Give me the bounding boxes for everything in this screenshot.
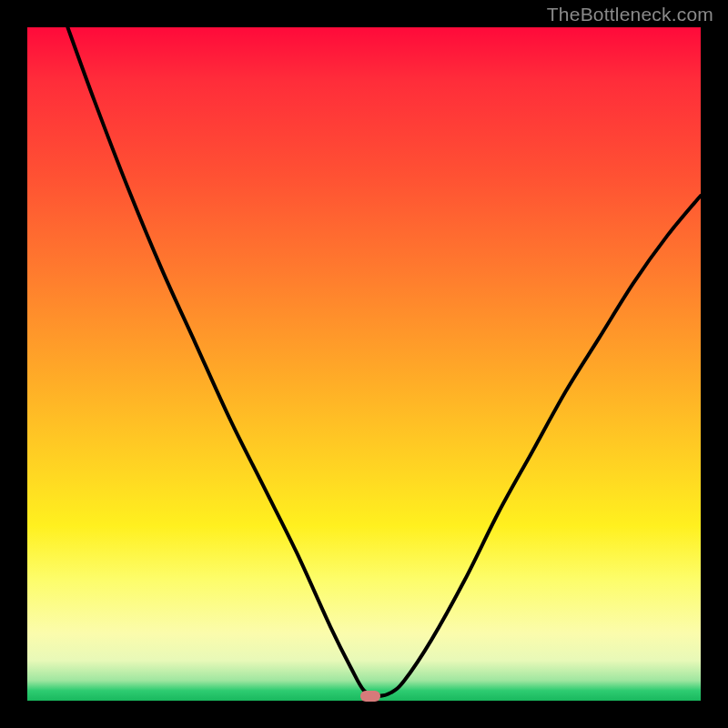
- chart-frame: TheBottleneck.com: [0, 0, 728, 728]
- plot-area: [27, 27, 701, 701]
- curve-path: [67, 27, 701, 696]
- minimum-marker: [360, 691, 380, 702]
- bottleneck-curve: [27, 27, 701, 701]
- watermark-text: TheBottleneck.com: [547, 4, 713, 25]
